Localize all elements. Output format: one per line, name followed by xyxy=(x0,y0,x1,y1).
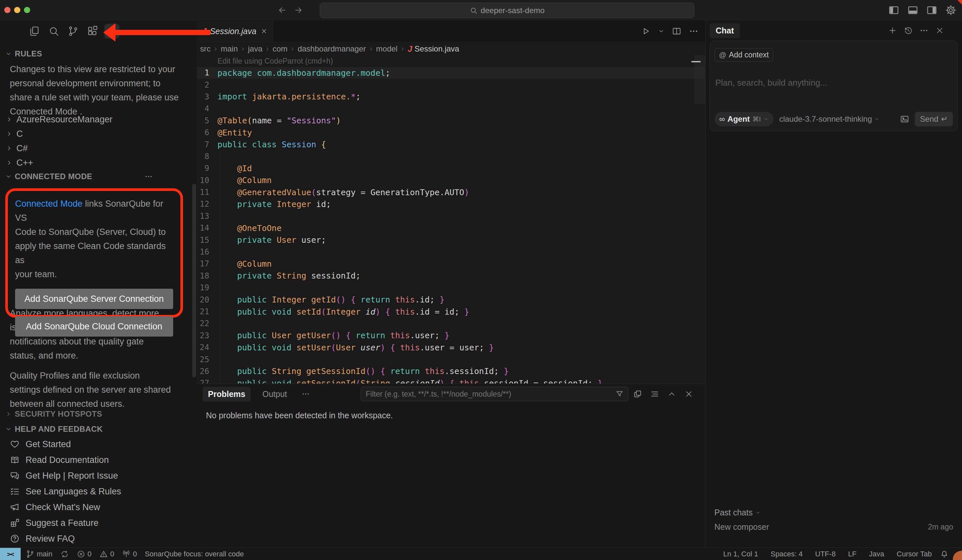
status-item[interactable] xyxy=(60,550,69,558)
chat-input-placeholder[interactable]: Plan, search, build anything... xyxy=(715,78,827,88)
chat-more-icon[interactable] xyxy=(919,26,928,35)
model-selector[interactable]: claude-3.7-sonnet-thinking xyxy=(779,115,879,124)
code-line[interactable]: 2 xyxy=(197,79,705,90)
run-file-icon[interactable] xyxy=(641,26,651,36)
files-icon[interactable] xyxy=(27,24,42,39)
code-line[interactable]: 15private User user; xyxy=(197,234,705,246)
status-item[interactable]: LF xyxy=(848,550,857,558)
add-sonarqube-cloud-connection-button[interactable]: Add SonarQube Cloud Connection xyxy=(15,316,173,337)
code-line[interactable]: 8 xyxy=(197,150,705,162)
run-dropdown-icon[interactable] xyxy=(658,28,665,34)
status-item[interactable]: main xyxy=(26,550,52,558)
code-line[interactable]: 5@Table(name = "Sessions") xyxy=(197,115,705,127)
toggle-panel-icon[interactable] xyxy=(907,4,919,16)
history-forward-button[interactable] xyxy=(294,5,303,15)
code-line[interactable]: 10@Column xyxy=(197,174,705,186)
history-back-button[interactable] xyxy=(277,5,287,15)
code-line[interactable]: 1package com.dashboardmanager.model; xyxy=(197,67,705,79)
section-header-connected-mode[interactable]: CONNECTED MODE xyxy=(0,172,192,181)
code-line[interactable]: 3import jakarta.persistence.*; xyxy=(197,91,705,103)
close-chat-icon[interactable] xyxy=(935,26,944,35)
agent-mode-selector[interactable]: ∞ Agent ⌘I xyxy=(715,112,773,126)
panel-more-icon[interactable] xyxy=(302,390,310,398)
chat-input-card[interactable]: @ Add context Plan, search, build anythi… xyxy=(710,41,958,131)
notifications-bell-icon[interactable] xyxy=(940,549,949,559)
code-line[interactable]: 25 xyxy=(197,353,705,365)
remote-indicator[interactable]: >< xyxy=(0,548,21,560)
close-tab-icon[interactable] xyxy=(260,27,268,35)
toggle-sidebar-icon[interactable] xyxy=(888,4,900,16)
help-item[interactable]: Check What's New xyxy=(10,499,190,515)
view-as-list-icon[interactable] xyxy=(650,389,659,399)
help-item[interactable]: Get Started xyxy=(10,436,190,452)
send-button[interactable]: Send ↵ xyxy=(915,112,953,126)
status-item[interactable]: 0 xyxy=(77,550,92,558)
problems-filter-input[interactable] xyxy=(365,389,615,399)
code-editor[interactable]: Edit file using CodeParrot (cmd+h) 1pack… xyxy=(197,55,705,384)
status-item[interactable]: 0 xyxy=(122,550,137,558)
more-actions-icon[interactable] xyxy=(144,172,153,181)
section-header-security-hotspots[interactable]: SECURITY HOTSPOTS xyxy=(0,410,102,419)
breadcrumb-item[interactable]: dashboardmanager xyxy=(297,44,366,53)
code-line[interactable]: 17@Column xyxy=(197,258,705,270)
code-line[interactable]: 14@OneToOne xyxy=(197,222,705,234)
tab-chat[interactable]: Chat xyxy=(710,23,740,38)
panel-tab-problems[interactable]: Problems xyxy=(203,387,250,402)
source-control-icon[interactable] xyxy=(66,24,81,39)
command-center-search[interactable]: deeper-sast-demo xyxy=(320,3,694,18)
status-item[interactable]: UTF-8 xyxy=(815,550,835,558)
code-line[interactable]: 22 xyxy=(197,318,705,329)
code-line[interactable]: 26public String getSessionId() { return … xyxy=(197,365,705,377)
code-line[interactable]: 24public void setUser(User user) { this.… xyxy=(197,342,705,353)
code-line[interactable]: 23public User getUser() { return this.us… xyxy=(197,330,705,342)
past-chat-item[interactable]: New composer 2m ago xyxy=(714,522,953,532)
settings-gear-icon[interactable] xyxy=(945,4,957,16)
close-window-button[interactable] xyxy=(4,7,10,13)
panel-tab-output[interactable]: Output xyxy=(257,387,292,402)
code-line[interactable]: 6@Entity xyxy=(197,127,705,139)
code-line[interactable]: 4 xyxy=(197,103,705,115)
new-chat-icon[interactable] xyxy=(888,26,897,35)
rules-language-item[interactable]: AzureResourceManager xyxy=(6,112,190,127)
sonarqube-icon[interactable] xyxy=(104,24,119,39)
breadcrumb-item[interactable]: src xyxy=(200,44,211,53)
code-line[interactable]: 7public class Session { xyxy=(197,139,705,150)
code-line[interactable]: 19 xyxy=(197,282,705,294)
status-item[interactable]: 0 xyxy=(99,550,114,558)
connected-mode-link[interactable]: Connected Mode xyxy=(15,199,83,209)
code-line[interactable]: 9@Id xyxy=(197,162,705,174)
status-item[interactable]: Java xyxy=(869,550,884,558)
filter-icon[interactable] xyxy=(615,390,624,398)
breadcrumb-file[interactable]: Session.java xyxy=(415,44,459,53)
maximize-panel-icon[interactable] xyxy=(667,389,676,399)
status-item[interactable]: Spaces: 4 xyxy=(770,550,802,558)
help-item[interactable]: Review FAQ xyxy=(10,531,190,547)
split-editor-icon[interactable] xyxy=(672,26,681,36)
breadcrumb-item[interactable]: main xyxy=(221,44,238,53)
status-item[interactable]: Ln 1, Col 1 xyxy=(723,550,758,558)
search-icon[interactable] xyxy=(46,24,61,39)
toggle-secondary-sidebar-icon[interactable] xyxy=(926,4,938,16)
chat-history-icon[interactable] xyxy=(904,26,913,35)
minimap[interactable] xyxy=(694,55,705,104)
tab-session-java[interactable]: J Session.java xyxy=(197,20,273,42)
help-item[interactable]: Read Documentation xyxy=(10,452,190,468)
help-item[interactable]: See Languages & Rules xyxy=(10,484,190,499)
inline-ai-hint[interactable]: Edit file using CodeParrot (cmd+h) xyxy=(197,55,705,67)
section-header-rules[interactable]: RULES xyxy=(0,49,42,58)
code-line[interactable]: 27public void setSessionId(String sessio… xyxy=(197,377,705,384)
rules-language-item[interactable]: C xyxy=(6,127,190,141)
rules-language-item[interactable]: C# xyxy=(6,141,190,155)
attach-image-icon[interactable] xyxy=(900,114,910,124)
rules-language-item[interactable]: C++ xyxy=(6,155,190,170)
code-line[interactable]: 21public void setId(Integer id) { this.i… xyxy=(197,306,705,318)
past-chats-toggle[interactable]: Past chats xyxy=(714,508,760,517)
close-panel-icon[interactable] xyxy=(684,389,693,399)
problems-filter[interactable] xyxy=(361,387,628,401)
section-header-help-and-feedback[interactable]: HELP AND FEEDBACK xyxy=(0,424,103,434)
breadcrumb-item[interactable]: com xyxy=(273,44,287,53)
help-item[interactable]: Get Help | Report Issue xyxy=(10,468,190,484)
add-sonarqube-server-connection-button[interactable]: Add SonarQube Server Connection xyxy=(15,289,173,309)
status-item[interactable]: Cursor Tab xyxy=(897,550,932,558)
code-line[interactable]: 18private String sessionId; xyxy=(197,270,705,282)
